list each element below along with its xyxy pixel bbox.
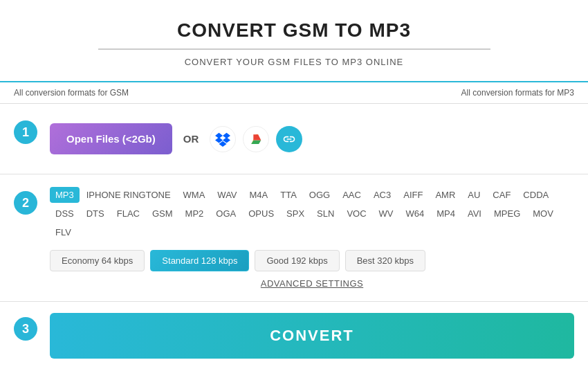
format-tag-au[interactable]: AU xyxy=(462,187,486,203)
google-drive-icon[interactable] xyxy=(243,126,269,152)
tab-gsm-formats[interactable]: All conversion formats for GSM xyxy=(14,88,129,98)
format-tag-avi[interactable]: AVI xyxy=(462,206,487,222)
tab-mp3-formats[interactable]: All conversion formats for MP3 xyxy=(461,88,574,98)
advanced-settings-link[interactable]: ADVANCED SETTINGS xyxy=(50,278,574,289)
format-tag-mpeg[interactable]: MPEG xyxy=(488,206,526,222)
format-tag-cdda[interactable]: CDDA xyxy=(517,187,554,203)
format-tag-dts[interactable]: DTS xyxy=(81,206,110,222)
format-tag-wav[interactable]: WAV xyxy=(212,187,242,203)
format-tag-m4a[interactable]: M4A xyxy=(244,187,274,203)
step-badge-2: 2 xyxy=(14,191,37,215)
format-tag-gsm[interactable]: GSM xyxy=(147,206,178,222)
section-2-content: MP3IPHONE RINGTONEWMAWAVM4ATTAOGGAACAC3A… xyxy=(50,187,574,289)
format-tag-aac[interactable]: AAC xyxy=(337,187,367,203)
format-tag-spx[interactable]: SPX xyxy=(281,206,310,222)
format-tag-mp4[interactable]: MP4 xyxy=(431,206,461,222)
quality-btn-economy-64-kbps[interactable]: Economy 64 kbps xyxy=(50,250,145,271)
page-title: CONVERT GSM TO MP3 xyxy=(14,19,574,42)
format-tag-ogg[interactable]: OGG xyxy=(304,187,336,203)
step-badge-3: 3 xyxy=(14,317,37,341)
format-tag-voc[interactable]: VOC xyxy=(341,206,371,222)
format-tag-aiff[interactable]: AIFF xyxy=(398,187,428,203)
format-grid: MP3IPHONE RINGTONEWMAWAVM4ATTAOGGAACAC3A… xyxy=(50,187,574,240)
header-subtitle: CONVERT YOUR GSM FILES TO MP3 ONLINE xyxy=(14,57,574,67)
link-icon[interactable] xyxy=(276,126,302,152)
format-tag-iphone-ringtone[interactable]: IPHONE RINGTONE xyxy=(81,187,176,203)
section-3: 3 CONVERT xyxy=(0,302,588,369)
dropbox-icon[interactable] xyxy=(210,126,236,152)
or-label: OR xyxy=(183,133,199,145)
section-1-content: Open Files (<2Gb) OR xyxy=(50,116,574,161)
header-divider xyxy=(98,48,490,50)
format-tag-tta[interactable]: TTA xyxy=(275,187,302,203)
format-tag-flv[interactable]: FLV xyxy=(50,224,77,240)
quality-btn-standard-128-kbps[interactable]: Standard 128 kbps xyxy=(150,250,249,271)
page-header: CONVERT GSM TO MP3 CONVERT YOUR GSM FILE… xyxy=(0,0,588,81)
upload-row: Open Files (<2Gb) OR xyxy=(50,116,574,161)
quality-row: Economy 64 kbpsStandard 128 kbpsGood 192… xyxy=(50,250,574,271)
format-tag-oga[interactable]: OGA xyxy=(210,206,241,222)
convert-button[interactable]: CONVERT xyxy=(50,313,574,359)
cloud-icons xyxy=(210,126,302,152)
quality-btn-good-192-kbps[interactable]: Good 192 kbps xyxy=(255,250,339,271)
tabs-bar: All conversion formats for GSM All conve… xyxy=(0,81,588,104)
format-tag-flac[interactable]: FLAC xyxy=(111,206,145,222)
step-badge-1: 1 xyxy=(14,120,37,144)
format-tag-mp3[interactable]: MP3 xyxy=(50,187,80,203)
format-tag-opus[interactable]: OPUS xyxy=(243,206,279,222)
open-files-button[interactable]: Open Files (<2Gb) xyxy=(50,123,172,154)
format-tag-wv[interactable]: WV xyxy=(374,206,399,222)
section-1: 1 Open Files (<2Gb) OR xyxy=(0,104,588,174)
section-2: 2 MP3IPHONE RINGTONEWMAWAVM4ATTAOGGAACAC… xyxy=(0,174,588,302)
format-tag-dss[interactable]: DSS xyxy=(50,206,80,222)
format-tag-mov[interactable]: MOV xyxy=(527,206,559,222)
format-tag-wma[interactable]: WMA xyxy=(178,187,211,203)
section-3-content: CONVERT xyxy=(50,313,574,359)
format-tag-amr[interactable]: AMR xyxy=(430,187,461,203)
format-tag-ac3[interactable]: AC3 xyxy=(368,187,396,203)
format-tag-w64[interactable]: W64 xyxy=(401,206,430,222)
format-tag-caf[interactable]: CAF xyxy=(487,187,516,203)
quality-btn-best-320-kbps[interactable]: Best 320 kbps xyxy=(345,250,425,271)
format-tag-mp2[interactable]: MP2 xyxy=(180,206,210,222)
format-tag-sln[interactable]: SLN xyxy=(311,206,340,222)
